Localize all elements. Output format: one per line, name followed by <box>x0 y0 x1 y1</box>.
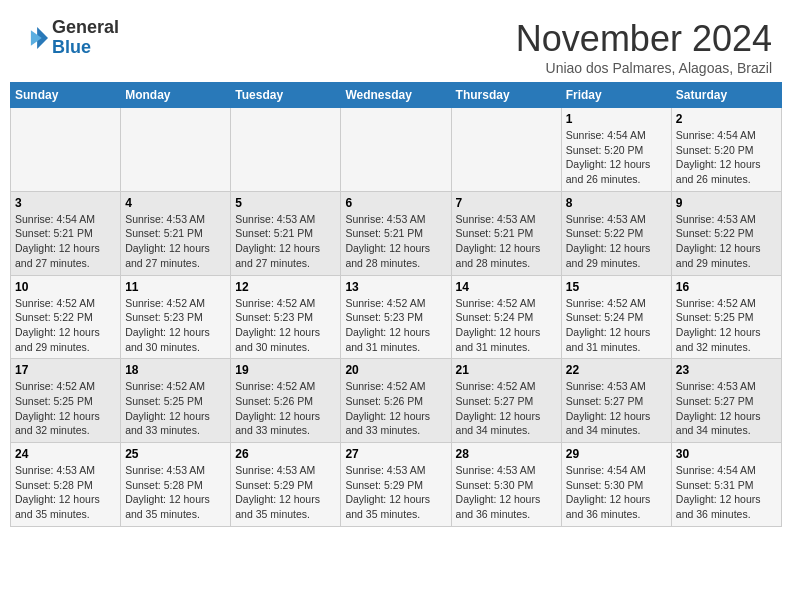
day-info: Sunrise: 4:53 AMSunset: 5:27 PMDaylight:… <box>566 379 667 438</box>
day-number: 24 <box>15 447 116 461</box>
month-title: November 2024 <box>516 18 772 60</box>
day-number: 6 <box>345 196 446 210</box>
week-row-5: 24Sunrise: 4:53 AMSunset: 5:28 PMDayligh… <box>11 443 782 527</box>
day-cell: 29Sunrise: 4:54 AMSunset: 5:30 PMDayligh… <box>561 443 671 527</box>
day-number: 23 <box>676 363 777 377</box>
day-cell <box>231 108 341 192</box>
day-cell: 25Sunrise: 4:53 AMSunset: 5:28 PMDayligh… <box>121 443 231 527</box>
day-header-friday: Friday <box>561 83 671 108</box>
day-number: 4 <box>125 196 226 210</box>
day-number: 16 <box>676 280 777 294</box>
day-number: 18 <box>125 363 226 377</box>
calendar-header: SundayMondayTuesdayWednesdayThursdayFrid… <box>11 83 782 108</box>
day-number: 8 <box>566 196 667 210</box>
day-number: 28 <box>456 447 557 461</box>
day-info: Sunrise: 4:52 AMSunset: 5:25 PMDaylight:… <box>676 296 777 355</box>
day-cell: 16Sunrise: 4:52 AMSunset: 5:25 PMDayligh… <box>671 275 781 359</box>
day-number: 12 <box>235 280 336 294</box>
day-info: Sunrise: 4:54 AMSunset: 5:20 PMDaylight:… <box>676 128 777 187</box>
day-number: 15 <box>566 280 667 294</box>
day-info: Sunrise: 4:52 AMSunset: 5:25 PMDaylight:… <box>15 379 116 438</box>
day-cell: 18Sunrise: 4:52 AMSunset: 5:25 PMDayligh… <box>121 359 231 443</box>
day-info: Sunrise: 4:53 AMSunset: 5:29 PMDaylight:… <box>235 463 336 522</box>
day-info: Sunrise: 4:52 AMSunset: 5:26 PMDaylight:… <box>235 379 336 438</box>
day-cell <box>121 108 231 192</box>
day-info: Sunrise: 4:53 AMSunset: 5:30 PMDaylight:… <box>456 463 557 522</box>
day-info: Sunrise: 4:54 AMSunset: 5:21 PMDaylight:… <box>15 212 116 271</box>
day-cell: 30Sunrise: 4:54 AMSunset: 5:31 PMDayligh… <box>671 443 781 527</box>
day-header-sunday: Sunday <box>11 83 121 108</box>
day-info: Sunrise: 4:52 AMSunset: 5:26 PMDaylight:… <box>345 379 446 438</box>
day-cell: 20Sunrise: 4:52 AMSunset: 5:26 PMDayligh… <box>341 359 451 443</box>
day-info: Sunrise: 4:53 AMSunset: 5:29 PMDaylight:… <box>345 463 446 522</box>
day-cell: 21Sunrise: 4:52 AMSunset: 5:27 PMDayligh… <box>451 359 561 443</box>
day-cell: 23Sunrise: 4:53 AMSunset: 5:27 PMDayligh… <box>671 359 781 443</box>
day-info: Sunrise: 4:53 AMSunset: 5:28 PMDaylight:… <box>15 463 116 522</box>
logo-blue: Blue <box>52 37 91 57</box>
title-block: November 2024 Uniao dos Palmares, Alagoa… <box>516 18 772 76</box>
location: Uniao dos Palmares, Alagoas, Brazil <box>516 60 772 76</box>
day-number: 27 <box>345 447 446 461</box>
day-cell: 28Sunrise: 4:53 AMSunset: 5:30 PMDayligh… <box>451 443 561 527</box>
day-cell: 7Sunrise: 4:53 AMSunset: 5:21 PMDaylight… <box>451 191 561 275</box>
day-number: 26 <box>235 447 336 461</box>
day-cell: 5Sunrise: 4:53 AMSunset: 5:21 PMDaylight… <box>231 191 341 275</box>
day-info: Sunrise: 4:54 AMSunset: 5:30 PMDaylight:… <box>566 463 667 522</box>
day-number: 17 <box>15 363 116 377</box>
day-info: Sunrise: 4:53 AMSunset: 5:21 PMDaylight:… <box>235 212 336 271</box>
week-row-1: 1Sunrise: 4:54 AMSunset: 5:20 PMDaylight… <box>11 108 782 192</box>
day-number: 9 <box>676 196 777 210</box>
day-number: 25 <box>125 447 226 461</box>
day-number: 20 <box>345 363 446 377</box>
day-number: 11 <box>125 280 226 294</box>
day-info: Sunrise: 4:52 AMSunset: 5:23 PMDaylight:… <box>125 296 226 355</box>
day-cell: 11Sunrise: 4:52 AMSunset: 5:23 PMDayligh… <box>121 275 231 359</box>
day-cell: 24Sunrise: 4:53 AMSunset: 5:28 PMDayligh… <box>11 443 121 527</box>
day-number: 19 <box>235 363 336 377</box>
logo-icon <box>20 24 48 52</box>
day-number: 21 <box>456 363 557 377</box>
day-number: 14 <box>456 280 557 294</box>
day-info: Sunrise: 4:52 AMSunset: 5:27 PMDaylight:… <box>456 379 557 438</box>
calendar: SundayMondayTuesdayWednesdayThursdayFrid… <box>10 82 782 527</box>
day-cell: 2Sunrise: 4:54 AMSunset: 5:20 PMDaylight… <box>671 108 781 192</box>
day-cell: 4Sunrise: 4:53 AMSunset: 5:21 PMDaylight… <box>121 191 231 275</box>
day-info: Sunrise: 4:53 AMSunset: 5:22 PMDaylight:… <box>566 212 667 271</box>
day-info: Sunrise: 4:53 AMSunset: 5:22 PMDaylight:… <box>676 212 777 271</box>
day-cell: 15Sunrise: 4:52 AMSunset: 5:24 PMDayligh… <box>561 275 671 359</box>
day-cell: 10Sunrise: 4:52 AMSunset: 5:22 PMDayligh… <box>11 275 121 359</box>
day-number: 7 <box>456 196 557 210</box>
day-info: Sunrise: 4:52 AMSunset: 5:23 PMDaylight:… <box>235 296 336 355</box>
day-info: Sunrise: 4:54 AMSunset: 5:31 PMDaylight:… <box>676 463 777 522</box>
day-header-wednesday: Wednesday <box>341 83 451 108</box>
day-header-thursday: Thursday <box>451 83 561 108</box>
day-number: 3 <box>15 196 116 210</box>
day-info: Sunrise: 4:52 AMSunset: 5:24 PMDaylight:… <box>566 296 667 355</box>
day-info: Sunrise: 4:53 AMSunset: 5:21 PMDaylight:… <box>345 212 446 271</box>
day-info: Sunrise: 4:53 AMSunset: 5:21 PMDaylight:… <box>125 212 226 271</box>
day-number: 30 <box>676 447 777 461</box>
day-cell: 12Sunrise: 4:52 AMSunset: 5:23 PMDayligh… <box>231 275 341 359</box>
day-cell: 6Sunrise: 4:53 AMSunset: 5:21 PMDaylight… <box>341 191 451 275</box>
day-number: 10 <box>15 280 116 294</box>
day-number: 1 <box>566 112 667 126</box>
day-cell: 22Sunrise: 4:53 AMSunset: 5:27 PMDayligh… <box>561 359 671 443</box>
logo-text: General Blue <box>52 18 119 58</box>
day-cell: 19Sunrise: 4:52 AMSunset: 5:26 PMDayligh… <box>231 359 341 443</box>
day-header-monday: Monday <box>121 83 231 108</box>
day-cell <box>341 108 451 192</box>
calendar-body: 1Sunrise: 4:54 AMSunset: 5:20 PMDaylight… <box>11 108 782 527</box>
day-cell: 13Sunrise: 4:52 AMSunset: 5:23 PMDayligh… <box>341 275 451 359</box>
day-info: Sunrise: 4:52 AMSunset: 5:24 PMDaylight:… <box>456 296 557 355</box>
day-info: Sunrise: 4:53 AMSunset: 5:28 PMDaylight:… <box>125 463 226 522</box>
days-of-week-row: SundayMondayTuesdayWednesdayThursdayFrid… <box>11 83 782 108</box>
day-info: Sunrise: 4:52 AMSunset: 5:23 PMDaylight:… <box>345 296 446 355</box>
logo-general: General <box>52 17 119 37</box>
day-info: Sunrise: 4:53 AMSunset: 5:21 PMDaylight:… <box>456 212 557 271</box>
day-cell: 14Sunrise: 4:52 AMSunset: 5:24 PMDayligh… <box>451 275 561 359</box>
day-header-saturday: Saturday <box>671 83 781 108</box>
day-header-tuesday: Tuesday <box>231 83 341 108</box>
day-number: 22 <box>566 363 667 377</box>
day-cell: 1Sunrise: 4:54 AMSunset: 5:20 PMDaylight… <box>561 108 671 192</box>
day-cell: 8Sunrise: 4:53 AMSunset: 5:22 PMDaylight… <box>561 191 671 275</box>
